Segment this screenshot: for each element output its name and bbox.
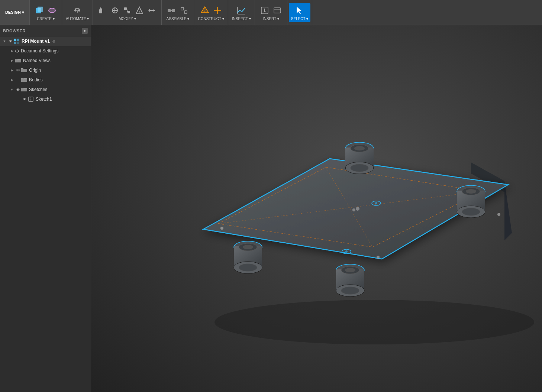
insert-label: INSERT ▾ xyxy=(263,17,279,21)
construct-icon1[interactable] xyxy=(199,4,211,16)
assemble-icon1[interactable] xyxy=(165,4,177,16)
expand-named-views[interactable]: ▶ xyxy=(9,58,15,64)
expand-sketches[interactable]: ▼ xyxy=(9,87,15,93)
svg-rect-16 xyxy=(128,11,130,13)
eye-icon-origin[interactable]: 👁 xyxy=(15,67,21,73)
tree-item-origin[interactable]: ▶ 👁 Origin xyxy=(0,65,91,75)
svg-marker-39 xyxy=(263,11,266,12)
sketches-label: Sketches xyxy=(29,87,47,92)
svg-marker-52 xyxy=(504,181,512,240)
sidebar: BROWSER ● ▼ 👁 RPI Mount v1 ⚙ ▶ ⚙ Doc xyxy=(0,25,91,392)
component-icon xyxy=(14,38,20,44)
toolbar-btn-modify[interactable]: MODIFY ▾ xyxy=(94,3,160,22)
svg-marker-11 xyxy=(99,7,102,10)
svg-rect-23 xyxy=(168,9,171,12)
select-label: SELECT ▾ xyxy=(291,17,309,21)
root-item-extra[interactable]: ⚙ xyxy=(52,39,55,43)
design-tab-label: DESIGN ▾ xyxy=(5,10,24,15)
svg-rect-1 xyxy=(38,7,43,12)
tree-item-bodies[interactable]: ▶ Bodies xyxy=(0,75,91,85)
toolbar-construct-section: CONSTRUCT ▾ xyxy=(194,0,228,25)
modify-label: MODIFY ▾ xyxy=(119,17,136,21)
toolbar-btn-inspect[interactable]: INSPECT ▾ xyxy=(230,3,253,22)
modify-icon3[interactable] xyxy=(121,4,133,16)
svg-rect-44 xyxy=(17,39,19,41)
svg-point-67 xyxy=(351,164,368,172)
svg-rect-43 xyxy=(14,39,16,41)
solid-box-icon[interactable] xyxy=(33,4,45,16)
insert-icon1[interactable] xyxy=(259,4,271,16)
toolbar-btn-select[interactable]: SELECT ▾ xyxy=(289,3,311,22)
eye-icon-root[interactable]: 👁 xyxy=(7,38,13,44)
expand-bodies[interactable]: ▶ xyxy=(9,77,15,83)
tree-item-doc-settings[interactable]: ▶ ⚙ Document Settings xyxy=(0,46,91,56)
construct-icon2[interactable] xyxy=(212,4,223,16)
svg-point-87 xyxy=(375,202,377,204)
svg-point-3 xyxy=(49,8,55,13)
svg-point-73 xyxy=(462,208,480,216)
assemble-icon2[interactable] xyxy=(178,4,190,16)
folder-icon-sketches xyxy=(21,86,28,93)
automate-icon[interactable] xyxy=(71,4,83,16)
folder-icon-bodies xyxy=(21,77,28,83)
construct-label: CONSTRUCT ▾ xyxy=(198,17,224,21)
tree-item-sketches[interactable]: ▼ 👁 Sketches xyxy=(0,85,91,94)
inspect-label: INSPECT ▾ xyxy=(232,17,251,21)
main-area: BROWSER ● ▼ 👁 RPI Mount v1 ⚙ ▶ ⚙ Doc xyxy=(0,25,542,392)
eye-icon-sketches[interactable]: 👁 xyxy=(15,87,21,93)
svg-marker-21 xyxy=(154,9,155,12)
insert-icon2[interactable] xyxy=(271,4,283,16)
eye-icon-sketch1[interactable]: 👁 xyxy=(22,96,28,102)
expand-doc-settings[interactable]: ▶ xyxy=(9,48,15,54)
svg-point-72 xyxy=(466,189,476,194)
root-item-label: RPI Mount v1 xyxy=(22,39,50,44)
browser-header: BROWSER ● xyxy=(0,25,91,36)
svg-point-91 xyxy=(497,213,500,216)
toolbar-btn-create[interactable]: CREATE ▾ xyxy=(31,3,60,22)
surface-icon[interactable] xyxy=(46,4,58,16)
toolbar-btn-construct[interactable]: CONSTRUCT ▾ xyxy=(196,3,226,22)
create-label: CREATE ▾ xyxy=(37,17,55,21)
svg-point-61 xyxy=(352,208,355,211)
svg-point-84 xyxy=(345,268,355,272)
toolbar-btn-automate[interactable]: AUTOMATE ▾ xyxy=(64,3,91,22)
gear-icon-doc: ⚙ xyxy=(15,48,19,54)
folder-icon-named-views xyxy=(15,57,22,64)
toolbar-btn-insert[interactable]: INSERT ▾ xyxy=(257,3,285,22)
browser-title: BROWSER xyxy=(3,29,26,33)
svg-marker-18 xyxy=(136,7,143,14)
svg-point-50 xyxy=(214,300,534,344)
svg-point-19 xyxy=(139,11,140,12)
svg-rect-27 xyxy=(184,11,187,13)
tree-item-root[interactable]: ▼ 👁 RPI Mount v1 ⚙ xyxy=(0,36,91,46)
svg-line-17 xyxy=(127,9,128,12)
modify-icon2[interactable] xyxy=(109,4,121,16)
toolbar-btn-assemble[interactable]: ASSEMBLE ▾ xyxy=(163,3,192,22)
select-icon[interactable] xyxy=(294,4,306,16)
svg-point-89 xyxy=(345,250,348,253)
expand-root[interactable]: ▼ xyxy=(1,38,7,44)
browser-close-btn[interactable]: ● xyxy=(82,28,88,34)
modify-icon1[interactable] xyxy=(97,4,109,16)
expand-origin[interactable]: ▶ xyxy=(9,67,15,73)
automate-label: AUTOMATE ▾ xyxy=(66,17,89,21)
modify-icon5[interactable] xyxy=(146,4,158,16)
design-tab[interactable]: DESIGN ▾ xyxy=(0,0,30,25)
viewport[interactable] xyxy=(91,25,542,392)
origin-label: Origin xyxy=(29,68,41,73)
bodies-label: Bodies xyxy=(29,77,43,82)
folder-icon-origin xyxy=(21,67,28,74)
svg-point-93 xyxy=(356,207,359,211)
toolbar-select-section: SELECT ▾ xyxy=(287,0,313,25)
inspect-icon[interactable] xyxy=(235,4,247,16)
toolbar-assemble-section: ASSEMBLE ▾ xyxy=(162,0,194,25)
sketch-icon xyxy=(28,97,33,102)
modify-icon4[interactable] xyxy=(133,4,145,16)
svg-point-85 xyxy=(341,287,359,294)
svg-point-78 xyxy=(243,245,253,249)
svg-rect-26 xyxy=(181,7,184,10)
toolbar-automate-section: AUTOMATE ▾ xyxy=(62,0,93,25)
tree-item-named-views[interactable]: ▶ Named Views xyxy=(0,56,91,65)
sketch1-label: Sketch1 xyxy=(36,97,52,102)
tree-item-sketch1[interactable]: ▶ 👁 Sketch1 xyxy=(0,94,91,104)
